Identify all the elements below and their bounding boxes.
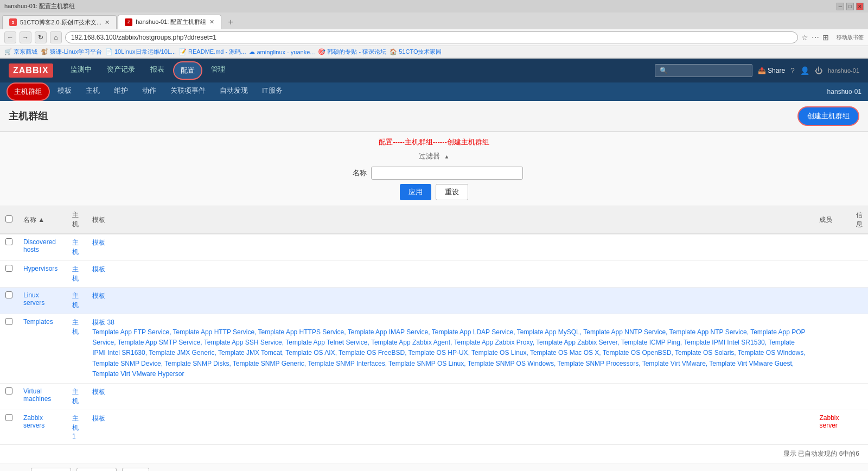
back-btn[interactable]: ← xyxy=(4,31,16,43)
template-item-link[interactable]: Template OS FreeBSD xyxy=(339,349,405,357)
nav-admin[interactable]: 管理 xyxy=(205,61,232,80)
template-link[interactable]: 模板 xyxy=(92,415,105,422)
nav-reports[interactable]: 报表 xyxy=(144,61,171,80)
subnav-maintenance[interactable]: 维护 xyxy=(107,82,135,101)
bookmark-star-icon[interactable]: ☆ xyxy=(801,33,808,42)
maximize-btn[interactable]: □ xyxy=(846,3,854,10)
template-item-link[interactable]: Template JMX Tomcat xyxy=(218,349,282,357)
template-item-link[interactable]: Template OS OpenBSD xyxy=(603,349,672,357)
row-checkbox[interactable] xyxy=(5,318,12,325)
template-item-link[interactable]: Template OS Solaris xyxy=(675,349,734,357)
apply-button[interactable]: 应用 xyxy=(400,184,431,200)
template-item-link[interactable]: Template OS Windows xyxy=(738,349,803,357)
bookmark-yuanke[interactable]: 🐒 猿课-Linux学习平台 xyxy=(41,48,102,56)
row-checkbox[interactable] xyxy=(5,265,12,272)
template-count-link[interactable]: 模板 38 xyxy=(92,319,114,326)
tab1-close[interactable]: ✕ xyxy=(105,19,110,26)
subnav-hosts[interactable]: 主机 xyxy=(79,82,106,101)
group-name-link[interactable]: Virtual machines xyxy=(23,387,51,403)
menu-icon[interactable]: ⋯ xyxy=(812,33,819,42)
host-link[interactable]: 主机 1 xyxy=(72,415,79,440)
group-name-link[interactable]: Zabbix servers xyxy=(23,414,44,429)
bookmark-hanshuo[interactable]: 🎯 韩硕的专贴 - 猿课论坛 xyxy=(318,48,386,56)
subnav-templates[interactable]: 模板 xyxy=(51,82,78,101)
tab-2[interactable]: Z hanshuo-01: 配置主机群组 ✕ xyxy=(118,15,221,29)
template-link[interactable]: 模板 xyxy=(92,388,105,396)
tab-1[interactable]: 5 51CTO博客2.0-原创IT技术文... ✕ xyxy=(2,15,117,29)
row-checkbox[interactable] xyxy=(5,291,12,298)
template-item-link[interactable]: Template App SMTP Service xyxy=(118,339,201,346)
subnav-actions[interactable]: 动作 xyxy=(136,82,163,101)
bookmark-aming[interactable]: ☁ aminglinux - yuanke... xyxy=(249,48,315,55)
template-item-link[interactable]: Template SNMP OS Linux xyxy=(388,360,464,367)
template-item-link[interactable]: Template SNMP Disks xyxy=(164,360,229,367)
share-btn[interactable]: 📤 Share xyxy=(758,67,785,74)
host-link[interactable]: 主机 xyxy=(72,319,79,335)
create-hostgroup-button[interactable]: 创建主机群组 xyxy=(797,106,859,126)
tab2-close[interactable]: ✕ xyxy=(209,18,214,26)
template-item-link[interactable]: Template Virt VMware Hypersor xyxy=(92,370,184,378)
member-link[interactable]: Zabbix server xyxy=(819,414,839,429)
template-item-link[interactable]: Template App LDAP Service xyxy=(432,328,514,336)
template-item-link[interactable]: Template OS AIX xyxy=(285,349,335,357)
delete-button[interactable]: 删除 xyxy=(122,468,149,471)
nav-assets[interactable]: 资产记录 xyxy=(100,61,142,80)
template-item-link[interactable]: Template OS HP-UX xyxy=(409,349,468,357)
template-item-link[interactable]: Template App FTP Service xyxy=(92,328,169,336)
host-link[interactable]: 主机 xyxy=(72,292,79,309)
template-item-link[interactable]: Template ICMP Ping xyxy=(621,339,680,346)
template-item-link[interactable]: Template SNMP Interfaces xyxy=(308,360,385,367)
url-input[interactable] xyxy=(65,31,798,43)
user-icon[interactable]: 👤 xyxy=(800,66,809,75)
host-link[interactable]: 主机 xyxy=(72,265,79,282)
template-item-link[interactable]: Template OS Linux xyxy=(471,349,526,357)
disable-hosts-button[interactable]: 禁用主机 xyxy=(76,468,117,471)
apply-hosts-button[interactable]: 应用主机 xyxy=(31,468,71,471)
reset-button[interactable]: 重设 xyxy=(436,184,468,200)
logout-icon[interactable]: ⏻ xyxy=(815,66,822,75)
template-item-link[interactable]: Template SNMP Generic xyxy=(233,360,304,367)
template-item-link[interactable]: Template App HTTP Service xyxy=(173,328,255,336)
filter-arrow-icon[interactable]: ▲ xyxy=(444,154,450,160)
row-checkbox[interactable] xyxy=(5,387,12,394)
template-item-link[interactable]: Template IPMI Intel SR1530 xyxy=(684,339,764,346)
group-name-link[interactable]: Hypervisors xyxy=(23,265,58,272)
bookmark-51cto[interactable]: 🏠 51CTO技术家园 xyxy=(390,48,442,56)
template-link[interactable]: 模板 xyxy=(92,239,105,246)
template-item-link[interactable]: Template App NTP Service xyxy=(669,328,747,336)
host-link[interactable]: 主机 xyxy=(72,239,79,256)
template-item-link[interactable]: Template SNMP Device xyxy=(92,360,161,367)
row-checkbox[interactable] xyxy=(5,414,12,421)
template-link[interactable]: 模板 xyxy=(92,292,105,300)
group-name-link[interactable]: Templates xyxy=(23,318,53,326)
bookmark-readme[interactable]: 📝 README.md - 源码... xyxy=(179,48,246,56)
template-item-link[interactable]: Template App HTTPS Service xyxy=(258,328,344,336)
template-item-link[interactable]: Template App Zabbix Server xyxy=(536,339,617,346)
minimize-btn[interactable]: ─ xyxy=(837,3,844,10)
template-item-link[interactable]: Template App SSH Service xyxy=(204,339,282,346)
template-item-link[interactable]: Template App Zabbix Agent xyxy=(371,339,450,346)
template-item-link[interactable]: Template JMX Generic xyxy=(149,349,214,357)
help-icon[interactable]: ? xyxy=(790,66,795,75)
template-item-link[interactable]: Template App Zabbix Proxy xyxy=(454,339,532,346)
new-tab-btn[interactable]: + xyxy=(222,15,238,29)
template-item-link[interactable]: Template App MySQL xyxy=(517,328,580,336)
group-name-link[interactable]: Discovered hosts xyxy=(23,238,56,253)
reload-btn[interactable]: ↻ xyxy=(35,31,47,43)
close-btn[interactable]: ✕ xyxy=(856,3,864,10)
template-item-link[interactable]: Template Virt VMware xyxy=(642,360,706,367)
extensions-icon[interactable]: ⊞ xyxy=(822,33,829,42)
bookmark-linux[interactable]: 📄 10Linux日常运维/10L... xyxy=(105,48,176,56)
subnav-discovery[interactable]: 自动发现 xyxy=(213,82,254,101)
name-filter-input[interactable] xyxy=(371,167,523,180)
nav-config[interactable]: 配置 xyxy=(173,61,202,80)
subnav-correlations[interactable]: 关联项事件 xyxy=(164,82,212,101)
template-item-link[interactable]: Template OS Mac OS X xyxy=(530,349,599,357)
template-item-link[interactable]: Template App NNTP Service xyxy=(583,328,666,336)
template-link[interactable]: 模板 xyxy=(92,265,105,273)
host-link[interactable]: 主机 xyxy=(72,388,79,405)
subnav-hostgroups[interactable]: 主机群组 xyxy=(7,82,50,101)
home-btn[interactable]: ⌂ xyxy=(50,31,62,43)
template-item-link[interactable]: Template App IMAP Service xyxy=(348,328,429,336)
subnav-it-services[interactable]: IT服务 xyxy=(256,82,289,101)
